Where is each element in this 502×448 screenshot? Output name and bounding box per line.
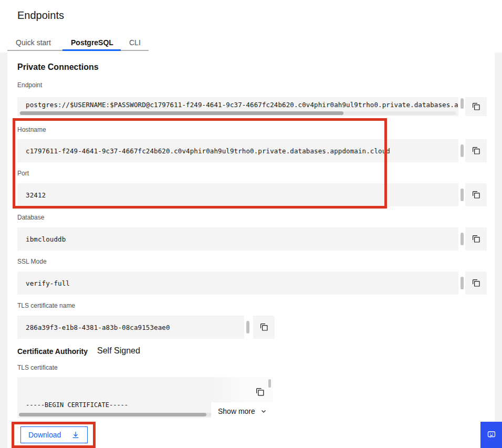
hostname-value-field[interactable]: c1797611-f249-4641-9c37-4667fc24b620.c0v…: [17, 139, 458, 162]
copy-button[interactable]: [465, 272, 487, 295]
copy-icon: [472, 235, 480, 243]
copy-icon: [260, 323, 268, 331]
ssl-mode-value-field[interactable]: verify-full: [17, 272, 458, 295]
vertical-scrollbar-thumb[interactable]: [461, 277, 464, 289]
database-value-field[interactable]: ibmclouddb: [17, 227, 458, 251]
show-more-label: Show more: [218, 407, 255, 415]
copy-button[interactable]: [465, 227, 487, 251]
page-background-strip-right: [495, 53, 502, 448]
download-icon: [71, 431, 80, 439]
copy-icon: [472, 279, 480, 287]
copy-button[interactable]: [465, 139, 487, 162]
copy-icon: [472, 147, 480, 155]
tab-postgresql[interactable]: PostgreSQL: [62, 35, 121, 51]
copy-icon: [472, 102, 480, 111]
ssl-mode-value: verify-full: [26, 279, 70, 287]
section-heading: Private Connections: [17, 62, 99, 72]
horizontal-scrollbar-thumb[interactable]: [19, 413, 206, 416]
certificate-authority-value: Self Signed: [97, 346, 140, 356]
tls-certificate-name-value-field[interactable]: 286a39f3-e1b8-4381-a83b-08ca9153eae0: [17, 316, 244, 339]
copy-button[interactable]: [465, 183, 487, 206]
chat-launcher-button[interactable]: [480, 422, 502, 448]
tls-certificate-name-label: TLS certificate name: [17, 302, 75, 309]
hostname-value: c1797611-f249-4641-9c37-4667fc24b620.c0v…: [26, 147, 390, 155]
horizontal-scrollbar[interactable]: [19, 111, 456, 115]
chevron-down-icon: [260, 408, 267, 414]
endpoint-value-field[interactable]: postgres://$USERNAME:$PASSWORD@c1797611-…: [17, 97, 458, 116]
vertical-scrollbar-thumb[interactable]: [461, 98, 464, 109]
endpoint-value: postgres://$USERNAME:$PASSWORD@c1797611-…: [26, 101, 458, 109]
tls-certificate-label: TLS certificate: [17, 364, 58, 371]
horizontal-scrollbar[interactable]: [19, 413, 214, 416]
horizontal-scrollbar-thumb[interactable]: [20, 111, 343, 115]
tab-bar: Quick start PostgreSQL CLI: [7, 35, 149, 51]
vertical-scrollbar-thumb[interactable]: [268, 379, 271, 388]
copy-button[interactable]: [256, 386, 267, 398]
ssl-mode-label: SSL Mode: [17, 258, 47, 265]
vertical-scrollbar-thumb[interactable]: [246, 321, 249, 334]
certificate-authority-label: Certificate Authority: [17, 347, 88, 356]
page-title: Endpoints: [17, 9, 64, 22]
database-label: Database: [17, 214, 44, 221]
hostname-label: Hostname: [17, 126, 46, 133]
port-value: 32412: [26, 191, 46, 199]
port-value-field[interactable]: 32412: [17, 183, 458, 206]
copy-icon: [256, 388, 265, 397]
tab-cli[interactable]: CLI: [121, 35, 149, 51]
copy-button[interactable]: [253, 316, 275, 339]
download-button[interactable]: Download: [20, 426, 88, 443]
endpoints-panel: Endpoints Quick start PostgreSQL CLI Pri…: [0, 0, 502, 448]
vertical-scrollbar-thumb[interactable]: [461, 233, 464, 245]
tls-certificate-name-value: 286a39f3-e1b8-4381-a83b-08ca9153eae0: [26, 324, 170, 331]
show-more-button[interactable]: Show more: [211, 402, 273, 420]
chat-icon: [486, 430, 497, 440]
copy-button[interactable]: [465, 97, 487, 116]
tab-quick-start[interactable]: Quick start: [7, 35, 62, 51]
download-button-label: Download: [28, 431, 61, 439]
endpoint-label: Endpoint: [17, 81, 42, 89]
database-value: ibmclouddb: [26, 235, 66, 243]
copy-icon: [472, 191, 480, 199]
page-background-strip-left: [0, 53, 7, 448]
vertical-scrollbar-thumb[interactable]: [461, 189, 464, 201]
vertical-scrollbar-thumb[interactable]: [461, 144, 464, 157]
port-label: Port: [17, 170, 29, 177]
